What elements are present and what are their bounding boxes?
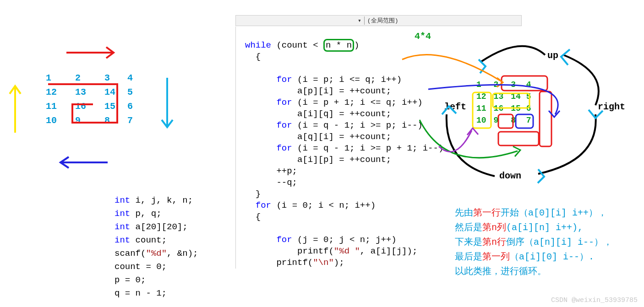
text: 第一列 — [482, 252, 510, 262]
svg-rect-5 — [540, 92, 551, 146]
explain-line-1: 先由第一行开始（a[0][i] i++）， — [455, 206, 638, 221]
text: 第n列 — [482, 222, 506, 233]
svg-rect-10 — [516, 114, 533, 128]
svg-rect-8 — [473, 92, 491, 128]
text: （a[i][0] i--）. — [510, 252, 594, 262]
svg-rect-9 — [493, 93, 529, 108]
explain-line-5: 以此类推，进行循环。 — [455, 264, 638, 279]
watermark: CSDN @weixin_53939785 — [551, 296, 638, 304]
svg-rect-7 — [498, 114, 513, 128]
text: 先由 — [455, 208, 473, 218]
explain-line-4: 最后是第一列（a[i][0] i--）. — [455, 250, 638, 264]
text: 开始（a[0][i] i++）， — [501, 208, 607, 218]
text: 最后是 — [455, 252, 482, 262]
text: 然后是 — [455, 222, 482, 233]
text: 倒序（a[n][i] i--）， — [506, 237, 612, 248]
text: 下来是 — [455, 237, 482, 248]
explain-line-2: 然后是第n列(a[i][n] i++), — [455, 221, 638, 235]
explain-line-3: 下来是第n行倒序（a[n][i] i--）， — [455, 235, 638, 250]
text: 第n行 — [482, 237, 506, 248]
svg-rect-6 — [498, 132, 539, 145]
text: 第一行 — [473, 208, 501, 218]
explanation-block: 先由第一行开始（a[0][i] i++）， 然后是第n列(a[i][n] i++… — [455, 206, 638, 279]
text: (a[i][n] i++), — [506, 222, 583, 233]
